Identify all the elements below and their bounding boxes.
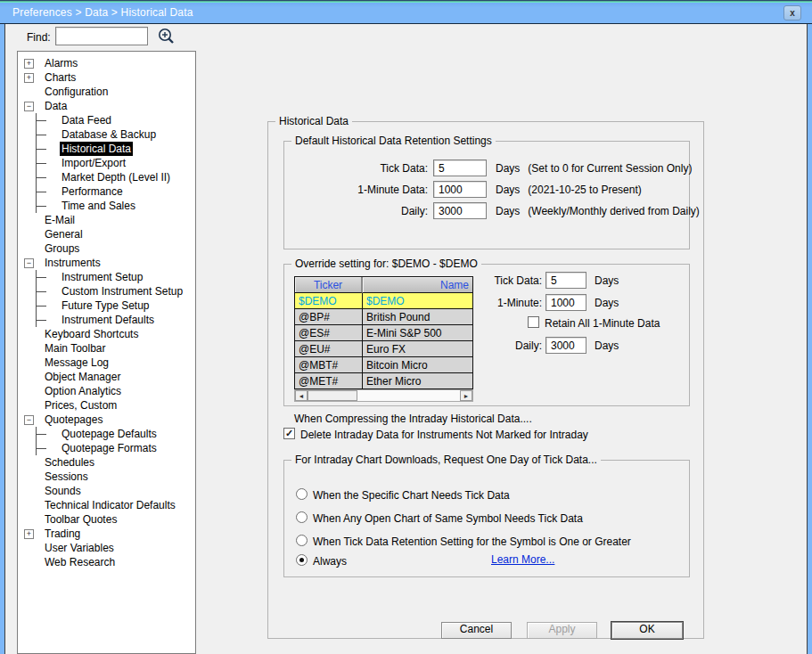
title-bar[interactable]: Preferences > Data > Historical Data x bbox=[0, 0, 812, 24]
override-one-minute-label: 1-Minute: bbox=[437, 297, 542, 309]
tree-item-main-toolbar[interactable]: Main Toolbar bbox=[22, 341, 195, 356]
expand-icon[interactable]: + bbox=[24, 59, 34, 69]
delete-intraday-checkbox[interactable] bbox=[283, 428, 295, 439]
override-tick-data-input[interactable] bbox=[545, 272, 586, 289]
window-frame-right bbox=[807, 24, 812, 654]
tree-item-database-backup[interactable]: Database & Backup bbox=[37, 127, 195, 142]
tree-item-label: Schedules bbox=[43, 455, 96, 470]
tree-item-sessions[interactable]: Sessions bbox=[22, 470, 195, 484]
tree-item-label: Message Log bbox=[43, 356, 111, 370]
expand-icon[interactable]: + bbox=[24, 529, 34, 539]
learn-more-link[interactable]: Learn More... bbox=[491, 553, 554, 566]
tree-item-prices-custom[interactable]: Prices, Custom bbox=[22, 398, 195, 413]
tree-item-label: Trading bbox=[43, 527, 82, 541]
tree-item-label: Market Depth (Level II) bbox=[60, 170, 172, 184]
tree-item-instrument-defaults[interactable]: Instrument Defaults bbox=[37, 313, 195, 327]
tree-item-performance[interactable]: Performance bbox=[37, 184, 195, 199]
search-icon[interactable] bbox=[157, 27, 176, 45]
table-horizontal-scrollbar[interactable]: ◄ ► bbox=[294, 389, 473, 402]
tree-item-label: Time and Sales bbox=[60, 199, 137, 213]
close-icon[interactable]: x bbox=[783, 5, 801, 20]
tree-item-label: E-Mail bbox=[43, 213, 77, 227]
daily-data-suffix: Days(Weekly/Monthly derived from Daily) bbox=[496, 205, 700, 217]
preferences-tree[interactable]: +Alarms+ChartsConfiguration−DataData Fee… bbox=[17, 51, 196, 654]
tree-item-quotepages[interactable]: −Quotepages bbox=[22, 413, 195, 427]
tree-item-quotepage-formats[interactable]: Quotepage Formats bbox=[37, 441, 195, 455]
retain-all-checkbox[interactable] bbox=[528, 316, 539, 328]
tree-item-trading[interactable]: +Trading bbox=[22, 527, 195, 541]
instrument-table[interactable]: TickerName$DEMO$DEMO@BP#British Pound@ES… bbox=[294, 276, 473, 390]
tree-children: Instrument SetupCustom Instrument SetupF… bbox=[36, 270, 195, 327]
tree-item-future-type-setup[interactable]: Future Type Setup bbox=[37, 298, 195, 313]
tree-item-toolbar-quotes[interactable]: Toolbar Quotes bbox=[22, 512, 195, 527]
tree-item-charts[interactable]: +Charts bbox=[22, 70, 195, 85]
radio-always[interactable] bbox=[296, 554, 308, 566]
tree-item-alarms[interactable]: +Alarms bbox=[22, 56, 195, 70]
tree-connector bbox=[37, 177, 46, 178]
radio-any-open-chart[interactable] bbox=[296, 511, 308, 523]
table-row-met[interactable]: @MET#Ether Micro bbox=[295, 373, 472, 389]
cancel-button[interactable]: Cancel bbox=[441, 622, 512, 639]
tree-item-data[interactable]: −Data bbox=[22, 99, 195, 113]
override-daily-input[interactable] bbox=[545, 337, 586, 354]
override-tick-data-unit: Days bbox=[595, 274, 619, 287]
collapse-icon[interactable]: − bbox=[24, 415, 34, 425]
tree-connector bbox=[37, 306, 46, 307]
radio-retention-setting-label: When Tick Data Retention Setting for the… bbox=[313, 535, 631, 548]
tree-item-object-manager[interactable]: Object Manager bbox=[22, 370, 195, 384]
override-daily-label: Daily: bbox=[437, 339, 542, 352]
tree-item-market-depth-level-ii[interactable]: Market Depth (Level II) bbox=[37, 170, 195, 184]
column-header-ticker[interactable]: Ticker bbox=[295, 277, 363, 293]
tree-item-instruments[interactable]: −Instruments bbox=[22, 256, 195, 270]
scroll-track[interactable] bbox=[357, 390, 460, 401]
tree-item-configuration[interactable]: Configuration bbox=[22, 85, 195, 99]
daily-data-input[interactable] bbox=[433, 202, 487, 219]
tree-item-label: Main Toolbar bbox=[43, 341, 107, 356]
tree-item-message-log[interactable]: Message Log bbox=[22, 356, 195, 370]
tree-item-option-analytics[interactable]: Option Analytics bbox=[22, 384, 195, 398]
tree-item-data-feed[interactable]: Data Feed bbox=[37, 113, 195, 127]
table-row-mbt[interactable]: @MBT#Bitcoin Micro bbox=[295, 357, 472, 373]
tree-connector bbox=[37, 434, 46, 435]
collapse-icon[interactable]: − bbox=[24, 102, 34, 111]
find-input[interactable] bbox=[55, 27, 148, 45]
tree-item-label: Instruments bbox=[43, 256, 103, 270]
radio-retention-setting[interactable] bbox=[296, 535, 308, 546]
retain-all-label: Retain All 1-Minute Data bbox=[545, 317, 660, 330]
tree-item-sounds[interactable]: Sounds bbox=[22, 484, 195, 498]
default-retention-group-title: Default Historical Data Retention Settin… bbox=[291, 135, 496, 147]
name-cell: British Pound bbox=[363, 309, 472, 325]
radio-always-label: Always bbox=[313, 555, 347, 568]
apply-button: Apply bbox=[527, 622, 597, 639]
ok-button[interactable]: OK bbox=[611, 622, 683, 639]
tree-item-groups[interactable]: Groups bbox=[22, 241, 195, 256]
tree-item-user-variables[interactable]: User Variables bbox=[22, 541, 195, 555]
scroll-left-icon[interactable]: ◄ bbox=[295, 390, 308, 401]
table-row-bp[interactable]: @BP#British Pound bbox=[295, 309, 472, 325]
tree-item-historical-data[interactable]: Historical Data bbox=[37, 142, 195, 156]
radio-specific-chart-label: When the Specific Chart Needs Tick Data bbox=[313, 489, 510, 502]
expand-icon[interactable]: + bbox=[24, 73, 34, 83]
tree-item-web-research[interactable]: Web Research bbox=[22, 555, 195, 569]
tree-item-instrument-setup[interactable]: Instrument Setup bbox=[37, 270, 195, 284]
tree-item-e-mail[interactable]: E-Mail bbox=[22, 213, 195, 227]
tick-data-input[interactable] bbox=[433, 159, 487, 176]
scroll-right-icon[interactable]: ► bbox=[460, 390, 472, 401]
name-cell: Ether Micro bbox=[363, 373, 472, 389]
tree-item-schedules[interactable]: Schedules bbox=[22, 455, 195, 470]
one-minute-data-input[interactable] bbox=[433, 181, 487, 198]
tree-item-label: Quotepage Defaults bbox=[60, 427, 159, 441]
scroll-thumb[interactable] bbox=[308, 390, 357, 401]
tree-item-import-export[interactable]: Import/Export bbox=[37, 156, 195, 170]
tree-item-custom-instrument-setup[interactable]: Custom Instrument Setup bbox=[37, 284, 195, 298]
tree-item-keyboard-shortcuts[interactable]: Keyboard Shortcuts bbox=[22, 327, 195, 341]
override-one-minute-input[interactable] bbox=[545, 294, 586, 311]
daily-data-label: Daily: bbox=[299, 205, 428, 217]
find-label: Find: bbox=[27, 31, 51, 44]
tree-item-general[interactable]: General bbox=[22, 227, 195, 241]
tree-item-time-and-sales[interactable]: Time and Sales bbox=[37, 199, 195, 213]
radio-specific-chart[interactable] bbox=[296, 488, 308, 500]
tree-item-technical-indicator-defaults[interactable]: Technical Indicator Defaults bbox=[22, 498, 195, 512]
collapse-icon[interactable]: − bbox=[24, 258, 34, 268]
tree-item-quotepage-defaults[interactable]: Quotepage Defaults bbox=[37, 427, 195, 441]
